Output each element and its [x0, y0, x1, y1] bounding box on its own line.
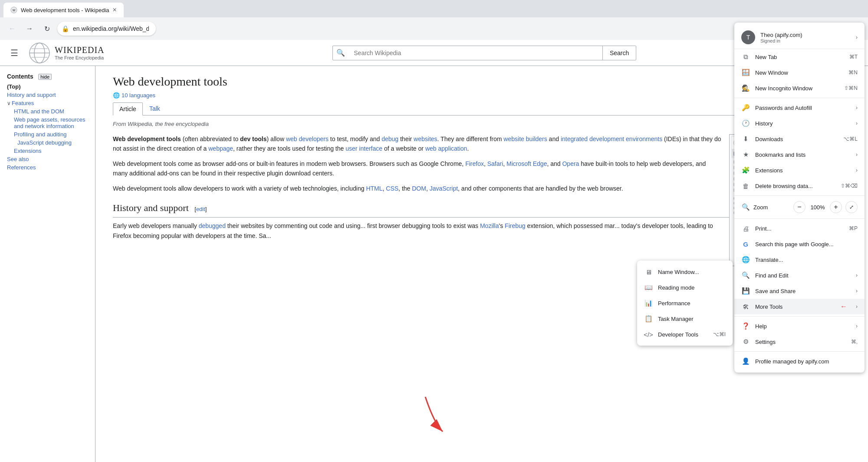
hide-button[interactable]: hide	[38, 74, 52, 80]
new-window-icon: 🪟	[741, 68, 750, 77]
webpage-link[interactable]: webpage	[208, 145, 233, 152]
performance-icon: 📊	[644, 299, 653, 307]
search-icon: 🔍	[333, 46, 349, 60]
web-developers-link[interactable]: web developers	[286, 135, 329, 142]
menu-divider-1	[734, 98, 865, 98]
back-button[interactable]: ←	[5, 22, 19, 36]
menu-more-tools[interactable]: 🛠 More Tools ← ›	[734, 299, 865, 314]
submenu-performance[interactable]: 📊 Performance	[637, 295, 733, 311]
menu-user-item[interactable]: T Theo (apify.com) Signed in ›	[734, 26, 865, 49]
tab-article[interactable]: Article	[113, 102, 143, 116]
menu-passwords[interactable]: 🔑 Passwords and Autofill ›	[734, 100, 865, 116]
sidebar-item-js-debugging[interactable]: JavaScript debugging	[17, 139, 88, 146]
sidebar: Contents hide (Top) History and support …	[0, 66, 95, 462]
extensions-arrow: ›	[856, 167, 858, 173]
new-tab-label: New Tab	[755, 54, 844, 60]
debug-link[interactable]: debug	[381, 135, 398, 142]
menu-divider-5	[734, 351, 865, 352]
menu-divider-4	[734, 316, 865, 317]
search-input[interactable]	[349, 46, 602, 60]
sidebar-item-see-also[interactable]: See also	[7, 156, 88, 162]
css-link[interactable]: CSS	[386, 185, 398, 192]
menu-save-share[interactable]: 💾 Save and Share ›	[734, 283, 865, 299]
sidebar-item-top[interactable]: (Top)	[7, 83, 88, 90]
menu-history[interactable]: 🕐 History ›	[734, 116, 865, 131]
hamburger-menu[interactable]: ☰	[10, 48, 18, 58]
menu-find-edit[interactable]: 🔍 Find and Edit ›	[734, 267, 865, 283]
menu-new-window[interactable]: 🪟 New Window ⌘N	[734, 65, 865, 80]
zoom-increase-button[interactable]: +	[830, 201, 842, 213]
bold-web-dev-tools: Web development tools	[113, 135, 181, 142]
menu-divider-3	[734, 218, 865, 219]
js-link[interactable]: JavaScript	[430, 185, 458, 192]
downloads-label: Downloads	[755, 136, 838, 142]
firebug-link[interactable]: Firebug	[505, 222, 525, 229]
menu-profile[interactable]: 👤 Profile managed by apify.com	[734, 353, 865, 369]
submenu-reading-mode[interactable]: 📖 Reading mode	[637, 280, 733, 295]
forward-button[interactable]: →	[23, 22, 36, 36]
websites-link[interactable]: websites	[414, 135, 437, 142]
zoom-decrease-button[interactable]: −	[793, 201, 806, 213]
active-tab[interactable]: W Web development tools - Wikipedia ×	[3, 3, 124, 17]
reload-button[interactable]: ↻	[40, 22, 54, 36]
sidebar-item-html-dom[interactable]: HTML and the DOM	[14, 108, 88, 115]
search-button[interactable]: Search	[602, 46, 636, 60]
wiki-logo[interactable]: WIKIPEDIA The Free Encyclopedia	[29, 42, 105, 64]
menu-translate[interactable]: 🌐 Translate...	[734, 252, 865, 267]
opera-link[interactable]: Opera	[562, 160, 579, 167]
address-input[interactable]	[57, 22, 156, 36]
menu-new-tab[interactable]: ⧉ New Tab ⌘T	[734, 49, 865, 65]
zoom-fullscreen-button[interactable]: ⤢	[845, 201, 858, 213]
tab-talk[interactable]: Talk	[143, 102, 167, 115]
menu-settings[interactable]: ⚙ Settings ⌘,	[734, 334, 865, 350]
save-share-label: Save and Share	[755, 288, 851, 294]
submenu-task-manager[interactable]: 📋 Task Manager	[637, 311, 733, 327]
user-arrow-icon: ›	[856, 34, 858, 40]
web-app-link[interactable]: web application	[425, 145, 467, 152]
sidebar-item-profiling[interactable]: Profiling and auditing	[14, 131, 88, 138]
ide-link[interactable]: integrated development environments	[561, 135, 662, 142]
debugged-link[interactable]: debugged	[199, 222, 226, 229]
sidebar-item-references[interactable]: References	[7, 164, 88, 171]
new-window-shortcut: ⌘N	[848, 69, 858, 76]
sidebar-item-history-support[interactable]: History and support	[7, 92, 88, 98]
settings-label: Settings	[755, 339, 846, 345]
bookmarks-arrow: ›	[856, 152, 858, 158]
ui-link[interactable]: user interface	[345, 145, 382, 152]
lang-count[interactable]: 10 languages	[122, 92, 155, 99]
more-tools-label: More Tools	[755, 304, 835, 310]
user-name: Theo (apify.com)	[760, 32, 851, 38]
sidebar-item-web-page-assets[interactable]: Web page assets, resources and network i…	[14, 116, 88, 129]
menu-bookmarks[interactable]: ★ Bookmarks and lists ›	[734, 147, 865, 162]
submenu-developer-tools[interactable]: </> Developer Tools ⌥⌘I	[637, 327, 733, 342]
edit-link[interactable]: edit	[196, 206, 205, 212]
website-builders-link[interactable]: website builders	[503, 135, 547, 142]
menu-delete-data[interactable]: 🗑 Delete browsing data... ⇧⌘⌫	[734, 178, 865, 194]
menu-incognito[interactable]: 🕵 New Incognito Window ⇧⌘N	[734, 80, 865, 96]
sidebar-item-extensions[interactable]: Extensions	[14, 148, 88, 154]
reading-mode-label: Reading mode	[658, 284, 726, 291]
sidebar-item-features[interactable]: Features	[12, 100, 34, 106]
user-initials: T	[746, 34, 750, 41]
edge-link[interactable]: Microsoft Edge	[506, 160, 547, 167]
user-status: Signed in	[760, 38, 851, 43]
menu-extensions[interactable]: 🧩 Extensions ›	[734, 162, 865, 178]
safari-link[interactable]: Safari	[487, 160, 503, 167]
menu-downloads[interactable]: ⬇ Downloads ⌥⌘L	[734, 131, 865, 147]
tab-close-button[interactable]: ×	[113, 6, 117, 14]
menu-print[interactable]: 🖨 Print... ⌘P	[734, 221, 865, 236]
more-tools-arrow: ›	[856, 304, 858, 310]
menu-search-google[interactable]: G Search this page with Google...	[734, 236, 865, 252]
mozilla-link[interactable]: Mozilla	[480, 222, 499, 229]
html-link[interactable]: HTML	[366, 185, 382, 192]
dom-link[interactable]: DOM	[412, 185, 426, 192]
new-window-label: New Window	[755, 69, 843, 76]
translate-label: Translate...	[755, 257, 858, 263]
zoom-value: 100%	[809, 204, 826, 211]
passwords-icon: 🔑	[741, 103, 750, 112]
profile-icon: 👤	[741, 357, 750, 366]
menu-help[interactable]: ❓ Help ›	[734, 318, 865, 334]
firefox-link2[interactable]: Firefox	[465, 160, 484, 167]
delete-icon: 🗑	[741, 182, 750, 190]
submenu-name-window[interactable]: 🖥 Name Window...	[637, 264, 733, 280]
